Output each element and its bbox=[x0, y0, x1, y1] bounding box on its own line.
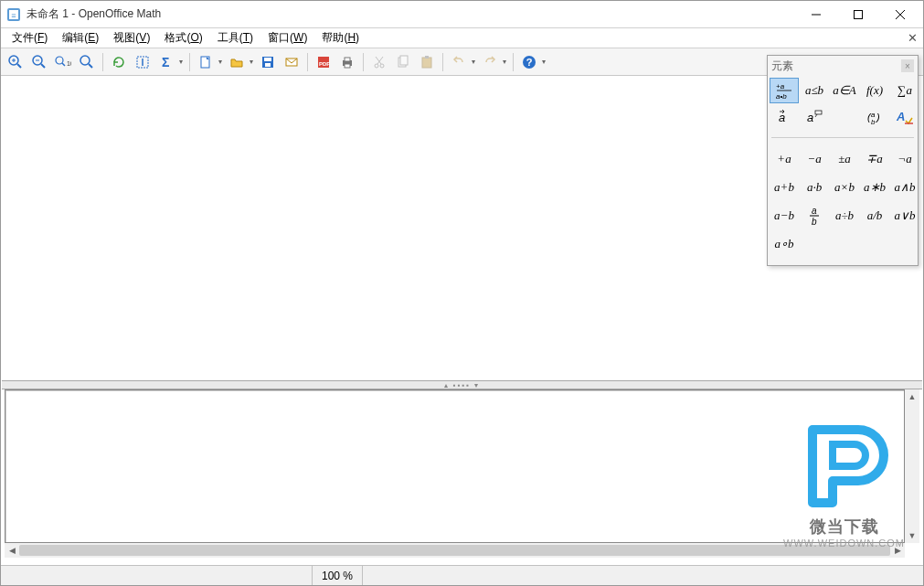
window-title: 未命名 1 - OpenOffice Math bbox=[27, 6, 795, 22]
svg-rect-47 bbox=[815, 111, 822, 114]
email-button[interactable] bbox=[281, 51, 303, 73]
help-dropdown[interactable]: ▾ bbox=[540, 58, 547, 66]
menu-edit[interactable]: 编辑(E) bbox=[55, 28, 106, 48]
svg-text:PDF: PDF bbox=[319, 61, 330, 67]
zoom-in-button[interactable] bbox=[5, 51, 27, 73]
cat-operators[interactable]: ∑a bbox=[890, 78, 919, 103]
cat-attributes[interactable]: a bbox=[770, 104, 799, 130]
svg-rect-4 bbox=[855, 10, 863, 18]
op-a-plus-b[interactable]: a+b bbox=[770, 174, 799, 201]
op-a-ast-b[interactable]: a∗b bbox=[860, 174, 889, 201]
cat-functions[interactable]: f(x) bbox=[860, 78, 889, 103]
op-a-div-b[interactable]: a÷b bbox=[830, 202, 859, 229]
svg-text:b: b bbox=[871, 118, 876, 126]
cat-brackets[interactable]: a bbox=[800, 104, 829, 130]
op-a-slash-b[interactable]: a/b bbox=[860, 202, 889, 229]
help-button[interactable]: ? bbox=[518, 51, 540, 73]
sigma-dropdown[interactable]: ▾ bbox=[177, 58, 185, 66]
cat-others[interactable]: A bbox=[890, 104, 919, 130]
scroll-up-icon[interactable]: ▲ bbox=[905, 389, 919, 404]
document-close-icon[interactable]: ✕ bbox=[908, 31, 918, 45]
svg-line-15 bbox=[62, 63, 65, 66]
elements-close-icon[interactable]: × bbox=[901, 59, 914, 72]
svg-line-6 bbox=[896, 10, 905, 19]
op-a-or-b[interactable]: a∨b bbox=[890, 202, 919, 229]
close-button[interactable] bbox=[879, 1, 921, 28]
zoom-fit-button[interactable] bbox=[76, 51, 98, 73]
save-button[interactable] bbox=[257, 51, 279, 73]
zoom-level[interactable]: 100 % bbox=[312, 566, 362, 585]
zoom-out-button[interactable] bbox=[28, 51, 50, 73]
cut-button bbox=[368, 51, 390, 73]
menu-view[interactable]: 视图(V) bbox=[106, 28, 157, 48]
svg-point-14 bbox=[56, 57, 63, 64]
op-a-over-b[interactable]: ab bbox=[800, 202, 829, 229]
svg-text:a: a bbox=[779, 111, 785, 124]
menu-help[interactable]: 帮助(H) bbox=[314, 28, 366, 48]
svg-text:a: a bbox=[812, 206, 817, 216]
horizontal-scrollbar[interactable]: ◀ ▶ bbox=[5, 543, 905, 558]
cat-set-ops[interactable]: a∈A bbox=[830, 78, 859, 103]
paste-button bbox=[416, 51, 438, 73]
open-button[interactable] bbox=[226, 51, 248, 73]
op-a-and-b[interactable]: a∧b bbox=[890, 174, 919, 201]
menu-tools[interactable]: 工具(T) bbox=[210, 28, 260, 48]
op-a-circ-b[interactable]: a∘b bbox=[770, 230, 799, 258]
svg-rect-31 bbox=[345, 64, 350, 68]
svg-rect-37 bbox=[400, 56, 408, 65]
op-a-cdot-b[interactable]: a·b bbox=[800, 174, 829, 201]
op-a-minus-b[interactable]: a−b bbox=[770, 202, 799, 229]
command-editor[interactable] bbox=[5, 389, 905, 543]
scroll-down-icon[interactable]: ▼ bbox=[905, 528, 919, 543]
scroll-left-icon[interactable]: ◀ bbox=[5, 543, 19, 558]
op-mp-a[interactable]: ∓a bbox=[860, 145, 889, 173]
minimize-button[interactable] bbox=[795, 1, 837, 28]
vertical-scrollbar[interactable]: ▲ ▼ bbox=[905, 389, 919, 543]
elements-header[interactable]: 元素 × bbox=[768, 56, 918, 76]
op-neg-a[interactable]: ¬a bbox=[890, 145, 919, 173]
separator bbox=[513, 53, 514, 71]
svg-text:A: A bbox=[896, 110, 905, 123]
op-pm-a[interactable]: ±a bbox=[830, 145, 859, 173]
op-plus-a[interactable]: +a bbox=[770, 145, 799, 173]
undo-button bbox=[448, 51, 470, 73]
pdf-button[interactable]: PDF bbox=[313, 51, 335, 73]
svg-text:): ) bbox=[875, 112, 880, 123]
new-button[interactable] bbox=[195, 51, 217, 73]
formula-cursor-button[interactable] bbox=[132, 51, 154, 73]
print-button[interactable] bbox=[336, 51, 358, 73]
op-a-times-b[interactable]: a×b bbox=[830, 174, 859, 201]
refresh-button[interactable] bbox=[108, 51, 130, 73]
cat-relations[interactable]: a≤b bbox=[800, 78, 829, 103]
svg-line-5 bbox=[896, 10, 905, 19]
sigma-button[interactable]: Σ bbox=[155, 51, 177, 73]
svg-line-48 bbox=[815, 114, 817, 117]
svg-text:a: a bbox=[807, 111, 813, 124]
scroll-thumb[interactable] bbox=[19, 545, 890, 556]
menu-window[interactable]: 窗口(W) bbox=[260, 28, 314, 48]
svg-text:Σ: Σ bbox=[162, 55, 169, 69]
svg-line-18 bbox=[89, 64, 92, 68]
menu-file[interactable]: 文件(F) bbox=[5, 28, 55, 48]
menu-bar: 文件(F) 编辑(E) 视图(V) 格式(O) 工具(T) 窗口(W) 帮助(H… bbox=[1, 28, 923, 48]
command-editor-wrap: ▲ ▼ ◀ ▶ bbox=[5, 389, 919, 558]
open-dropdown[interactable]: ▾ bbox=[248, 58, 255, 66]
zoom-100-button[interactable]: 100 bbox=[52, 51, 74, 73]
elements-title: 元素 bbox=[771, 59, 793, 74]
op-minus-a[interactable]: −a bbox=[800, 145, 829, 173]
elements-panel: 元素 × +aa•b a≤b a∈A f(x) ∑a a a (ab) A +a… bbox=[767, 55, 919, 266]
new-dropdown[interactable]: ▾ bbox=[217, 58, 224, 66]
scroll-right-icon[interactable]: ▶ bbox=[890, 543, 905, 558]
redo-button bbox=[479, 51, 501, 73]
cat-formats[interactable]: (ab) bbox=[860, 104, 889, 130]
operator-grid: +a −a ±a ∓a ¬a a+b a·b a×b a∗b a∧b a−b a… bbox=[768, 144, 918, 265]
svg-text:a•b: a•b bbox=[776, 92, 787, 101]
menu-format[interactable]: 格式(O) bbox=[157, 28, 209, 48]
maximize-button[interactable] bbox=[837, 1, 879, 28]
copy-button bbox=[392, 51, 414, 73]
splitter-handle[interactable]: ▴ ▪▪▪▪ ▾ bbox=[2, 380, 922, 389]
svg-rect-38 bbox=[422, 58, 431, 68]
cat-unary-binary[interactable]: +aa•b bbox=[770, 78, 799, 103]
svg-point-32 bbox=[375, 64, 378, 68]
separator bbox=[102, 53, 103, 71]
